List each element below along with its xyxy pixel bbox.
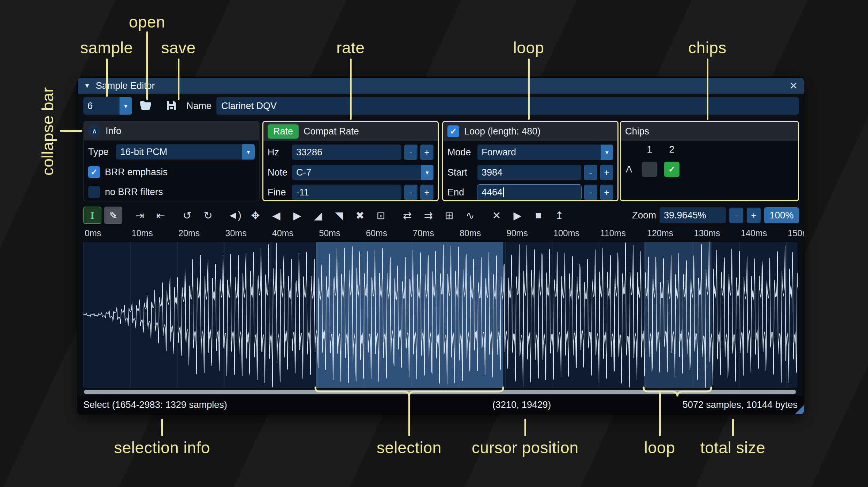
zoom-reset-button[interactable]: 100% <box>764 207 799 223</box>
name-input[interactable]: Clarinet DQV <box>216 97 799 115</box>
tab-compat-rate[interactable]: Compat Rate <box>304 126 359 137</box>
timeline-label: 10ms <box>132 228 153 238</box>
select-mode-button[interactable]: I <box>83 207 101 224</box>
save-button[interactable] <box>163 98 179 114</box>
waveform-canvas[interactable] <box>83 242 798 388</box>
marker-end-button[interactable]: ⇤ <box>152 207 170 224</box>
fine-plus-button[interactable]: + <box>420 185 433 200</box>
brr-emphasis-checkbox[interactable]: ✓ <box>88 166 100 178</box>
fade-in-icon: ◢ <box>314 209 322 222</box>
chevron-down-icon[interactable]: ▼ <box>242 144 255 160</box>
loop-enable-checkbox[interactable]: ✓ <box>447 125 459 137</box>
amplify-button[interactable]: ◄) <box>225 207 244 224</box>
waveform-scrollbar[interactable] <box>83 389 798 395</box>
annotation-line <box>161 419 163 436</box>
forward-icon: ▶ <box>293 209 301 222</box>
type-combo[interactable]: 16-bit PCM ▼ <box>116 144 255 160</box>
loop-start-label: Start <box>447 167 477 178</box>
timeline-label: 140ms <box>741 228 767 238</box>
chevron-down-icon[interactable]: ▼ <box>120 97 132 115</box>
note-value: C-7 <box>292 165 433 180</box>
open-button[interactable] <box>138 98 154 114</box>
play-preview-button[interactable]: ▶ <box>508 207 527 224</box>
selection-info-text: Select (1654-2983: 1329 samples) <box>83 395 227 414</box>
insert-icon: ⇉ <box>424 209 432 222</box>
resize-button[interactable]: ✥ <box>246 207 264 224</box>
hz-plus-button[interactable]: + <box>420 145 433 160</box>
collapse-bar-button[interactable]: ∧ <box>88 125 101 137</box>
upload-to-chip-button[interactable]: ↥ <box>550 207 568 224</box>
timeline-label: 120ms <box>647 228 673 238</box>
undo-button[interactable]: ↺ <box>178 207 196 224</box>
zoom-label: Zoom <box>632 210 656 221</box>
loop-end-input[interactable]: 4464 <box>477 185 581 200</box>
redo-button[interactable]: ↻ <box>199 207 217 224</box>
chip-1-checkbox[interactable] <box>642 162 657 177</box>
name-label: Name <box>186 96 212 115</box>
loop-start-input[interactable]: 3984 <box>477 165 581 180</box>
fade-in-button[interactable]: ◢ <box>309 207 327 224</box>
filter-button[interactable]: ∿ <box>461 207 479 224</box>
no-brr-filters-checkbox[interactable] <box>88 186 100 198</box>
chevron-down-icon[interactable]: ▼ <box>421 165 433 180</box>
annotation-line <box>60 130 82 132</box>
scrollbar-handle[interactable] <box>84 390 796 394</box>
zoom-in-button[interactable]: + <box>747 208 761 223</box>
fade-out-button[interactable]: ◥ <box>330 207 348 224</box>
close-icon[interactable]: ✕ <box>790 80 798 92</box>
brr-emphasis-label: BRR emphasis <box>105 167 168 178</box>
chevron-down-icon[interactable]: ▼ <box>601 145 613 160</box>
reverse-button[interactable]: ◀ <box>267 207 285 224</box>
window-collapse-icon[interactable]: ▼ <box>84 82 90 90</box>
toolbar: I✎⇥⇤↺↻◄)✥◀▶◢◥✖⊡⇄⇉⊞∿✕▶■↥ Zoom 39.9645% - … <box>83 205 799 225</box>
zoom-out-button[interactable]: - <box>729 208 743 223</box>
annotation-cursor-position: cursor position <box>472 438 579 457</box>
flip-button[interactable]: ⇄ <box>398 207 416 224</box>
annotation-line <box>408 396 410 436</box>
trim-button[interactable]: ⊡ <box>372 207 390 224</box>
chip-2-checkbox[interactable]: ✓ <box>664 162 679 177</box>
sample-editor-window: ▼ Sample Editor ✕ 6 ▼ <box>77 77 804 415</box>
note-combo[interactable]: C-7 ▼ <box>292 165 433 180</box>
draw-mode-button[interactable]: ✎ <box>104 207 122 224</box>
zoom-input[interactable]: 39.9645% <box>660 207 726 223</box>
annotation-total-size: total size <box>700 438 766 457</box>
loop-start-plus-button[interactable]: + <box>600 165 613 180</box>
zoom-controls: Zoom 39.9645% - + 100% <box>632 207 799 223</box>
delete-button[interactable]: ✖ <box>351 207 369 224</box>
hz-minus-button[interactable]: - <box>404 145 417 160</box>
upload-to-chip-icon: ↥ <box>555 209 563 222</box>
window-resize-grip[interactable] <box>795 405 804 414</box>
loop-start-minus-button[interactable]: - <box>584 165 597 180</box>
loop-mode-combo[interactable]: Forward ▼ <box>477 145 613 160</box>
tab-rate[interactable]: Rate <box>268 124 299 139</box>
delete-icon: ✖ <box>355 209 364 222</box>
titlebar[interactable]: ▼ Sample Editor ✕ <box>78 78 804 94</box>
folder-icon <box>139 99 152 112</box>
trim-icon: ⊡ <box>376 209 385 222</box>
sample-number-combo[interactable]: 6 ▼ <box>83 97 132 115</box>
stop-preview-button[interactable]: ■ <box>529 207 547 224</box>
timeline-label: 60ms <box>366 228 387 238</box>
timeline-label: 80ms <box>460 228 481 238</box>
loop-panel: ✓ Loop (length: 480) Mode Forward ▼ Star… <box>442 121 619 201</box>
annotation-line <box>146 31 148 100</box>
annotation-line <box>732 419 734 436</box>
amplify-icon: ◄) <box>228 209 241 221</box>
loop-end-minus-button[interactable]: - <box>584 185 597 200</box>
background: sample open save rate loop chips collaps… <box>0 0 868 487</box>
marker-start-button[interactable]: ⇥ <box>131 207 149 224</box>
timeline-label: 70ms <box>413 228 434 238</box>
chips-col-2: 2 <box>664 144 679 155</box>
fine-input[interactable]: -11 <box>292 185 401 200</box>
fine-minus-button[interactable]: - <box>404 185 417 200</box>
loop-end-label: End <box>447 187 477 198</box>
insert-button[interactable]: ⇉ <box>419 207 437 224</box>
hz-input[interactable]: 33286 <box>292 145 401 160</box>
loop-end-plus-button[interactable]: + <box>600 185 613 200</box>
adjust-button[interactable]: ⊞ <box>440 207 458 224</box>
forward-button[interactable]: ▶ <box>288 207 306 224</box>
waveform-view <box>83 242 798 388</box>
info-panel: ∧ Info Type 16-bit PCM ▼ ✓ BRR emphasis <box>83 121 260 201</box>
crossfade-button[interactable]: ✕ <box>487 207 506 224</box>
